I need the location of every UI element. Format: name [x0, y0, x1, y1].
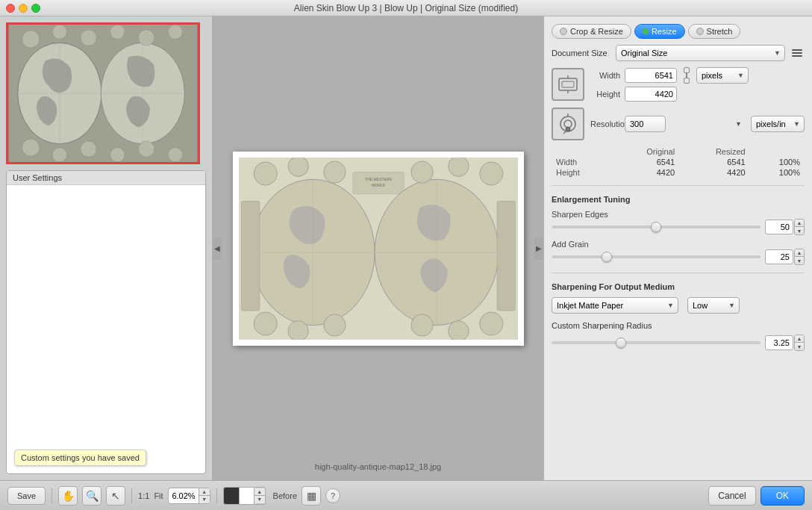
svg-text:THE WESTERN: THE WESTERN [365, 178, 392, 181]
medium-select[interactable]: Inkjet Matte Paper Inkjet Glossy Paper S… [552, 297, 678, 314]
dimensions-icon [552, 68, 584, 101]
compare-width-row: Width 6541 6541 100% [552, 157, 805, 167]
main-container: User Settings Custom settings you have s… [0, 16, 812, 480]
sharpen-edges-value[interactable] [765, 220, 793, 234]
maximize-button[interactable] [31, 4, 40, 13]
zoom-down[interactable]: ▼ [199, 496, 210, 503]
compare-height-row: Height 4420 4420 100% [552, 167, 805, 178]
arrow-tool-button[interactable]: ↖ [106, 486, 125, 506]
minimize-button[interactable] [19, 4, 28, 13]
add-grain-up[interactable]: ▲ [795, 249, 804, 257]
black-swatch[interactable] [224, 488, 239, 504]
svg-rect-42 [241, 201, 259, 310]
save-button[interactable]: Save [7, 487, 46, 505]
zoom-icon: 🔍 [86, 490, 99, 502]
zoom-stepper[interactable]: ▲ ▼ [199, 488, 210, 503]
custom-radius-section: Custom Sharpening Radius ▲ ▼ [552, 320, 805, 351]
ok-button[interactable]: OK [761, 486, 805, 506]
svg-point-15 [168, 148, 182, 162]
resolution-icon [552, 108, 584, 140]
svg-point-14 [138, 141, 154, 157]
add-grain-stepper[interactable]: ▲ ▼ [794, 249, 805, 265]
sharpen-edges-stepper[interactable]: ▲ ▼ [794, 219, 805, 235]
enlargement-tuning-section: Enlargement Tuning Sharpen Edges ▲ ▼ Add… [552, 193, 805, 265]
grid-icon: ▦ [307, 490, 316, 502]
resolution-arrow: ▼ [735, 120, 742, 128]
sharpen-edges-slider-row: ▲ ▼ [552, 219, 805, 235]
add-grain-slider[interactable] [552, 255, 761, 258]
divider-2 [552, 273, 805, 273]
compare-resized-height: 4420 [679, 167, 750, 178]
resolution-units-wrap: pixels/in pixels/cm ▼ [751, 116, 805, 132]
right-arrow[interactable]: ▶ [534, 237, 543, 260]
bottom-toolbar: Save ✋ 🔍 ↖ 1:1 Fit 6.02% ▲ ▼ ▲ ▼ Before … [0, 480, 812, 510]
zoom-value: 6.02% [169, 491, 199, 500]
col-original: Original [611, 146, 679, 157]
sharpen-edges-down[interactable]: ▼ [795, 227, 804, 234]
arrow-icon: ↖ [111, 490, 120, 502]
close-button[interactable] [6, 4, 15, 13]
resize-button[interactable]: Resize [634, 24, 685, 39]
svg-point-13 [110, 148, 125, 162]
fit-label: Fit [154, 491, 163, 500]
stretch-label: Stretch [707, 27, 733, 36]
height-input[interactable] [625, 87, 677, 102]
document-size-select[interactable]: Original Size Custom Letter A4 [616, 45, 785, 61]
left-panel: User Settings Custom settings you have s… [0, 16, 213, 480]
svg-point-36 [254, 311, 277, 335]
cancel-button[interactable]: Cancel [708, 486, 755, 506]
svg-point-37 [287, 320, 307, 339]
sharpen-edges-slider[interactable] [552, 226, 761, 228]
add-grain-value[interactable] [765, 249, 793, 264]
user-settings-label: User Settings [13, 173, 62, 182]
resolution-fields: Resolution 300 72 150 600 ▼ pixels/in [590, 116, 805, 132]
preview-filename: high-quality-antique-map12_18.jpg [315, 462, 441, 471]
add-grain-value-wrap: ▲ ▼ [765, 249, 805, 265]
resolution-value-wrap: 300 72 150 600 ▼ [625, 116, 746, 132]
left-arrow[interactable]: ◀ [213, 237, 222, 260]
stretch-button[interactable]: Stretch [688, 24, 741, 39]
help-button[interactable]: ? [325, 488, 340, 503]
bw-toggle[interactable]: ▲ ▼ [223, 487, 266, 505]
add-grain-label-row: Add Grain [552, 240, 805, 249]
svg-point-32 [323, 161, 345, 182]
resize-dot [643, 28, 649, 34]
crop-resize-button[interactable]: Crop & Resize [552, 24, 631, 39]
zoom-tool-button[interactable]: 🔍 [82, 486, 102, 506]
custom-radius-slider[interactable] [552, 341, 761, 344]
custom-radius-up[interactable]: ▲ [795, 335, 804, 343]
document-size-label: Document Size [552, 49, 611, 57]
custom-radius-stepper[interactable]: ▲ ▼ [794, 335, 805, 351]
resolution-select[interactable]: 300 72 150 600 [625, 116, 666, 132]
document-size-row: Document Size Original Size Custom Lette… [552, 45, 805, 61]
sharpen-edges-up[interactable]: ▲ [795, 220, 804, 227]
units-select-wrap: pixels inches cm mm ▼ [696, 67, 749, 84]
add-grain-down[interactable]: ▼ [795, 257, 804, 264]
svg-point-35 [479, 161, 502, 184]
window-controls[interactable] [6, 4, 40, 13]
bw-stepper[interactable]: ▲ ▼ [254, 488, 265, 503]
width-input[interactable] [625, 68, 677, 83]
custom-radius-down[interactable]: ▼ [795, 343, 804, 350]
white-swatch[interactable] [239, 488, 254, 504]
thumbnail-area [0, 16, 212, 170]
separator-2 [131, 488, 132, 503]
custom-radius-value[interactable] [765, 335, 793, 350]
level-select[interactable]: Low Medium High None [687, 297, 740, 314]
document-size-select-wrap: Original Size Custom Letter A4 ▼ [616, 45, 785, 61]
sharpening-selects-row: Inkjet Matte Paper Inkjet Glossy Paper S… [552, 297, 805, 314]
menu-icon[interactable] [790, 46, 805, 60]
zoom-up[interactable]: ▲ [199, 488, 210, 496]
compare-height-percent: 100% [750, 167, 805, 178]
resolution-label: Resolution [590, 119, 620, 128]
grid-button[interactable]: ▦ [302, 486, 321, 506]
units-select[interactable]: pixels inches cm mm [696, 67, 749, 84]
bw-up[interactable]: ▲ [254, 488, 265, 496]
pan-tool-button[interactable]: ✋ [58, 486, 78, 506]
svg-text:WORLD: WORLD [371, 184, 385, 187]
resolution-units-select[interactable]: pixels/in pixels/cm [751, 116, 805, 132]
compare-original-width: 6541 [611, 157, 679, 167]
bw-down[interactable]: ▼ [254, 496, 265, 503]
user-settings-header: User Settings [7, 171, 205, 185]
svg-point-39 [410, 314, 432, 335]
